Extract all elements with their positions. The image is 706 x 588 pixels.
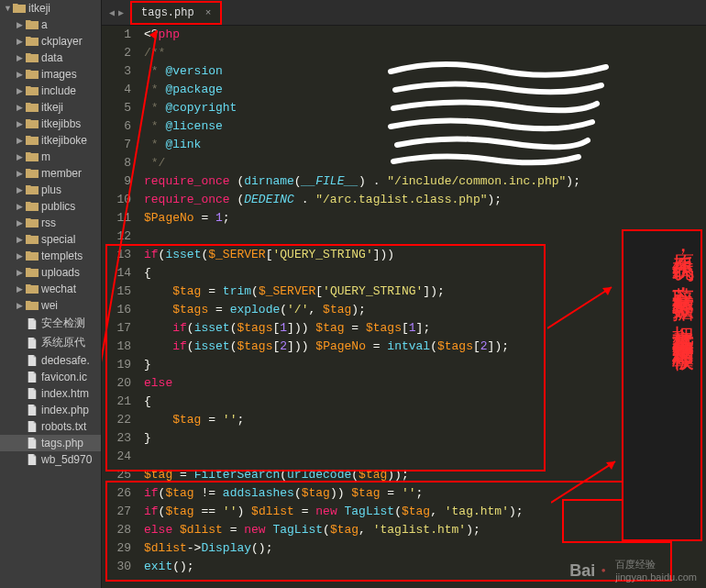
folder-item-itkejiboke[interactable]: ▶itkejiboke xyxy=(0,132,101,149)
tree-item-label: special xyxy=(41,233,75,246)
file-item-安全检测[interactable]: 安全检测 xyxy=(0,314,101,333)
folder-item-uploads[interactable]: ▶uploads xyxy=(0,264,101,281)
folder-item-member[interactable]: ▶member xyxy=(0,165,101,182)
file-item-robots.txt[interactable]: robots.txt xyxy=(0,418,101,435)
file-item-系统原代[interactable]: 系统原代 xyxy=(0,333,101,352)
folder-item-plus[interactable]: ▶plus xyxy=(0,182,101,198)
tree-item-label: 安全检测 xyxy=(41,316,85,331)
folder-icon xyxy=(26,151,39,162)
line-number: 12 xyxy=(105,227,131,246)
folder-item-itkeji[interactable]: ▶itkeji xyxy=(0,99,101,116)
code-line[interactable]: /** xyxy=(144,44,706,62)
annotation-text: 原系统代码，获取文章标签数据，把文章标签展示传递到标签模板 xyxy=(671,237,696,334)
folder-icon xyxy=(26,102,39,113)
folder-item-a[interactable]: ▶a xyxy=(0,17,101,33)
tree-item-label: itkeji xyxy=(41,101,63,114)
tree-item-label: data xyxy=(41,51,62,64)
chevron-right-icon: ▶ xyxy=(17,119,26,128)
code-line[interactable]: require_once (DEDEINC . "/arc.taglist.cl… xyxy=(144,191,706,209)
chevron-right-icon: ▶ xyxy=(17,152,26,161)
tab-next-icon[interactable]: ▶ xyxy=(118,7,124,18)
line-number: 8 xyxy=(105,154,131,172)
chevron-right-icon: ▶ xyxy=(17,268,26,277)
folder-item-wei[interactable]: ▶wei xyxy=(0,297,101,314)
line-number: 18 xyxy=(105,338,131,356)
folder-icon xyxy=(26,184,39,195)
annotation-sidebox: 原系统代码，获取文章标签数据，把文章标签展示传递到标签模板 xyxy=(622,229,702,541)
line-number: 3 xyxy=(105,62,131,81)
folder-item-publics[interactable]: ▶publics xyxy=(0,198,101,215)
file-item-wb_5d970[interactable]: wb_5d970 xyxy=(0,451,101,468)
code-line[interactable]: $PageNo = 1; xyxy=(144,209,706,227)
watermark: Bai・ 百度经验 jingyan.baidu.com xyxy=(569,558,697,582)
folder-icon xyxy=(26,118,39,129)
tree-item-label: member xyxy=(41,167,82,180)
file-icon xyxy=(26,388,39,399)
folder-icon xyxy=(26,283,39,294)
line-number: 27 xyxy=(105,503,131,521)
folder-icon xyxy=(26,36,39,47)
code-line[interactable]: * @link xyxy=(144,136,706,154)
folder-item-include[interactable]: ▶include xyxy=(0,83,101,99)
folder-icon xyxy=(26,168,39,179)
code-line[interactable]: * @license xyxy=(144,117,706,136)
chevron-down-icon: ▼ xyxy=(4,4,13,13)
file-item-tags.php[interactable]: tags.php xyxy=(0,435,101,451)
file-icon xyxy=(26,421,39,432)
line-number-gutter: 1234567891011121314151617181920212223242… xyxy=(102,26,140,588)
file-item-favicon.ic[interactable]: favicon.ic xyxy=(0,369,101,385)
folder-item-ckplayer[interactable]: ▶ckplayer xyxy=(0,33,101,50)
line-number: 30 xyxy=(105,558,131,576)
line-number: 5 xyxy=(105,99,131,117)
tree-item-label: include xyxy=(41,84,76,97)
line-number: 6 xyxy=(105,117,131,136)
code-line[interactable]: */ xyxy=(144,154,706,172)
tree-item-label: ckplayer xyxy=(41,35,83,48)
code-line[interactable]: $dlist->Display(); xyxy=(144,539,706,558)
code-editor[interactable]: 1234567891011121314151617181920212223242… xyxy=(102,26,706,588)
tab-prev-icon[interactable]: ◀ xyxy=(109,7,115,18)
folder-item-itkejibbs[interactable]: ▶itkejibbs xyxy=(0,116,101,132)
tree-item-label: robots.txt xyxy=(41,420,86,433)
folder-item-special[interactable]: ▶special xyxy=(0,231,101,248)
folder-icon xyxy=(26,250,39,261)
tree-item-label: publics xyxy=(41,200,75,213)
code-line[interactable]: * @copyright xyxy=(144,99,706,117)
chevron-right-icon: ▶ xyxy=(17,86,26,95)
tree-root[interactable]: ▼ itkeji xyxy=(0,0,101,17)
line-number: 9 xyxy=(105,172,131,191)
line-number: 17 xyxy=(105,319,131,338)
folder-item-images[interactable]: ▶images xyxy=(0,66,101,83)
code-line[interactable]: require_once (dirname(__FILE__) . "/incl… xyxy=(144,172,706,191)
tree-item-label: a xyxy=(41,18,48,31)
file-item-index.htm[interactable]: index.htm xyxy=(0,385,101,402)
folder-item-data[interactable]: ▶data xyxy=(0,50,101,66)
folder-item-templets[interactable]: ▶templets xyxy=(0,248,101,264)
line-number: 28 xyxy=(105,521,131,539)
file-item-index.php[interactable]: index.php xyxy=(0,402,101,418)
file-icon xyxy=(26,405,39,416)
folder-item-rss[interactable]: ▶rss xyxy=(0,215,101,231)
line-number: 4 xyxy=(105,81,131,99)
line-number: 21 xyxy=(105,393,131,411)
tree-item-label: wechat xyxy=(41,283,76,295)
tree-item-label: m xyxy=(41,150,50,163)
tree-item-label: wei xyxy=(41,299,58,312)
code-line[interactable]: * @version xyxy=(144,62,706,81)
chevron-right-icon: ▶ xyxy=(17,20,26,29)
line-number: 26 xyxy=(105,484,131,503)
chevron-right-icon: ▶ xyxy=(17,235,26,244)
tree-item-label: rss xyxy=(41,216,56,229)
close-icon[interactable]: × xyxy=(205,7,212,18)
code-line[interactable]: <?php xyxy=(144,26,706,44)
folder-item-wechat[interactable]: ▶wechat xyxy=(0,281,101,297)
line-number: 1 xyxy=(105,26,131,44)
line-number: 22 xyxy=(105,411,131,429)
file-tree-sidebar[interactable]: ▼ itkeji ▶a▶ckplayer▶data▶images▶include… xyxy=(0,0,102,588)
folder-item-m[interactable]: ▶m xyxy=(0,149,101,165)
chevron-right-icon: ▶ xyxy=(17,202,26,211)
file-icon xyxy=(26,372,39,383)
file-item-dedesafe.[interactable]: dedesafe. xyxy=(0,352,101,369)
code-line[interactable]: * @package xyxy=(144,81,706,99)
tab-tags-php[interactable]: tags.php × xyxy=(131,2,221,23)
